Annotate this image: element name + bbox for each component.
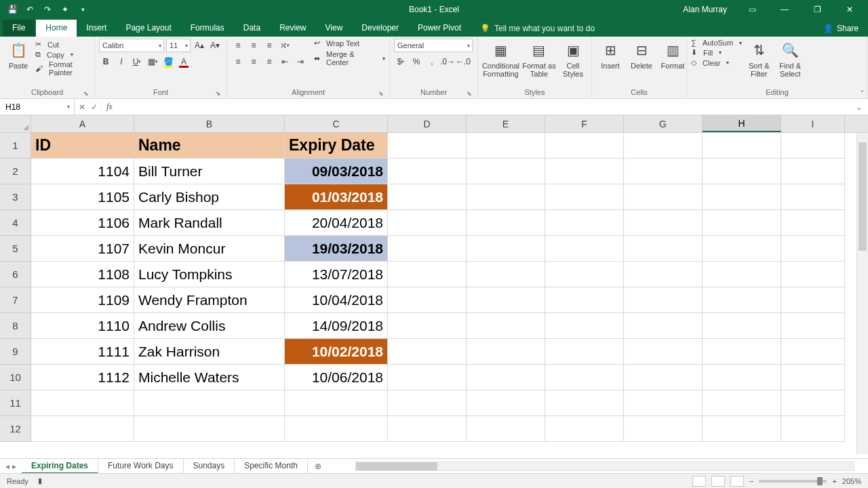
cell-E5[interactable] <box>467 236 545 262</box>
cell-B4[interactable]: Mark Randall <box>134 210 285 236</box>
cell-C7[interactable]: 10/04/2018 <box>285 287 388 313</box>
sheet-tab-specific-month[interactable]: Specific Month <box>235 459 308 474</box>
cell-B9[interactable]: Zak Harrison <box>134 339 285 365</box>
cell-A8[interactable]: 1110 <box>31 313 134 339</box>
cell-C4[interactable]: 20/04/2018 <box>285 210 388 236</box>
cell-D12[interactable] <box>388 416 467 442</box>
row-header-5[interactable]: 5 <box>0 236 31 262</box>
vertical-scrollbar[interactable] <box>856 133 868 454</box>
tab-home[interactable]: Home <box>36 20 77 37</box>
cell-I1[interactable] <box>781 133 845 159</box>
cell-A4[interactable]: 1106 <box>31 210 134 236</box>
qat-customize-icon[interactable]: ▾ <box>75 2 91 17</box>
conditional-formatting-button[interactable]: ▦Conditional Formatting <box>482 39 519 79</box>
cell-C3[interactable]: 01/03/2018 <box>285 184 388 210</box>
expand-formula-bar-icon[interactable]: ⌄ <box>850 102 868 112</box>
percent-format-icon[interactable]: % <box>410 55 423 68</box>
row-header-10[interactable]: 10 <box>0 365 31 390</box>
cell-F3[interactable] <box>545 184 624 210</box>
cell-B1[interactable]: Name <box>134 133 285 159</box>
cell-H8[interactable] <box>703 313 781 339</box>
cell-G6[interactable] <box>624 262 703 287</box>
cell-I10[interactable] <box>781 365 845 390</box>
insert-cells-button[interactable]: ⊞Insert <box>596 39 625 71</box>
cell-H2[interactable] <box>703 159 781 184</box>
cell-F9[interactable] <box>545 339 624 365</box>
fx-icon[interactable]: fx <box>102 102 117 112</box>
cell-I8[interactable] <box>781 313 845 339</box>
cell-D6[interactable] <box>388 262 467 287</box>
column-header-C[interactable]: C <box>285 115 388 132</box>
increase-font-icon[interactable]: A▴ <box>193 39 206 52</box>
align-top-icon[interactable]: ≡ <box>231 39 245 52</box>
touch-mode-icon[interactable]: ✦ <box>57 2 73 17</box>
share-button[interactable]: 👤 Share <box>814 20 868 37</box>
align-center-icon[interactable]: ≡ <box>247 55 260 68</box>
row-header-1[interactable]: 1 <box>0 133 31 159</box>
cell-B3[interactable]: Carly Bishop <box>134 184 285 210</box>
cell-styles-button[interactable]: ▣Cell Styles <box>559 39 587 79</box>
sheet-tab-sundays[interactable]: Sundays <box>184 459 235 474</box>
tab-power-pivot[interactable]: Power Pivot <box>408 20 471 37</box>
row-header-3[interactable]: 3 <box>0 184 31 210</box>
cell-E9[interactable] <box>467 339 545 365</box>
cell-F7[interactable] <box>545 287 624 313</box>
cell-A3[interactable]: 1105 <box>31 184 134 210</box>
cell-D10[interactable] <box>388 365 467 390</box>
cell-I9[interactable] <box>781 339 845 365</box>
cell-E6[interactable] <box>467 262 545 287</box>
align-bottom-icon[interactable]: ≡ <box>262 39 276 52</box>
row-header-6[interactable]: 6 <box>0 262 31 287</box>
comma-format-icon[interactable]: , <box>425 55 439 68</box>
cell-F10[interactable] <box>545 365 624 390</box>
italic-button[interactable]: I <box>115 55 128 68</box>
cancel-formula-icon[interactable]: ✕ <box>79 102 85 112</box>
number-format-combo[interactable]: General <box>394 39 473 52</box>
cell-B12[interactable] <box>134 416 285 442</box>
cell-E1[interactable] <box>467 133 545 159</box>
maximize-icon[interactable]: ❐ <box>803 0 831 19</box>
cell-E2[interactable] <box>467 159 545 184</box>
cell-D1[interactable] <box>388 133 467 159</box>
cell-A11[interactable] <box>31 390 134 416</box>
tell-me-search[interactable]: 💡 Tell me what you want to do <box>480 20 595 37</box>
decrease-font-icon[interactable]: A▾ <box>208 39 222 52</box>
cell-D3[interactable] <box>388 184 467 210</box>
paste-button[interactable]: 📋 Paste <box>4 39 33 71</box>
decrease-decimal-icon[interactable]: ←.0 <box>456 55 470 68</box>
clear-button[interactable]: ◇ Clear ▾ <box>691 58 742 67</box>
row-header-8[interactable]: 8 <box>0 313 31 339</box>
cell-D4[interactable] <box>388 210 467 236</box>
autosum-button[interactable]: ∑ AutoSum ▾ <box>691 39 742 47</box>
font-size-combo[interactable]: 11 <box>166 39 191 52</box>
column-header-D[interactable]: D <box>388 115 467 132</box>
align-left-icon[interactable]: ≡ <box>231 55 245 68</box>
delete-cells-button[interactable]: ⊟Delete <box>627 39 656 71</box>
cell-G4[interactable] <box>624 210 703 236</box>
find-select-button[interactable]: 🔍Find & Select <box>776 39 804 79</box>
cell-E12[interactable] <box>467 416 545 442</box>
normal-view-icon[interactable] <box>692 476 706 487</box>
cell-C11[interactable] <box>285 390 388 416</box>
page-break-view-icon[interactable] <box>730 476 744 487</box>
cell-A9[interactable]: 1111 <box>31 339 134 365</box>
cell-I7[interactable] <box>781 287 845 313</box>
sheet-tab-future-work-days[interactable]: Future Work Days <box>98 459 183 474</box>
cell-G1[interactable] <box>624 133 703 159</box>
row-header-2[interactable]: 2 <box>0 159 31 184</box>
collapse-ribbon-icon[interactable]: ˄ <box>861 89 864 97</box>
dialog-launcher-icon[interactable]: ⬊ <box>82 90 90 97</box>
tab-insert[interactable]: Insert <box>77 20 116 37</box>
tab-formulas[interactable]: Formulas <box>181 20 234 37</box>
copy-button[interactable]: ⧉ Copy ▾ <box>35 50 90 59</box>
redo-icon[interactable]: ↷ <box>39 2 56 17</box>
cell-E7[interactable] <box>467 287 545 313</box>
format-cells-button[interactable]: ▥Format <box>658 39 687 71</box>
cell-C12[interactable] <box>285 416 388 442</box>
cell-D9[interactable] <box>388 339 467 365</box>
increase-decimal-icon[interactable]: .0→ <box>441 55 454 68</box>
column-header-E[interactable]: E <box>467 115 545 132</box>
fill-button[interactable]: ⬇ Fill ▾ <box>691 48 742 57</box>
cell-C1[interactable]: Expiry Date <box>285 133 388 159</box>
cell-I12[interactable] <box>781 416 845 442</box>
